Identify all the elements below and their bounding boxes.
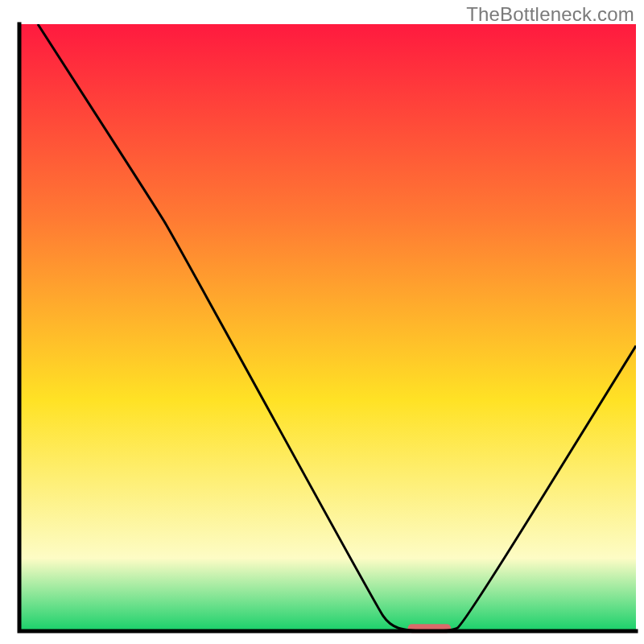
bottleneck-chart [0,0,644,644]
gradient-background [19,24,636,631]
chart-frame: TheBottleneck.com [0,0,644,644]
